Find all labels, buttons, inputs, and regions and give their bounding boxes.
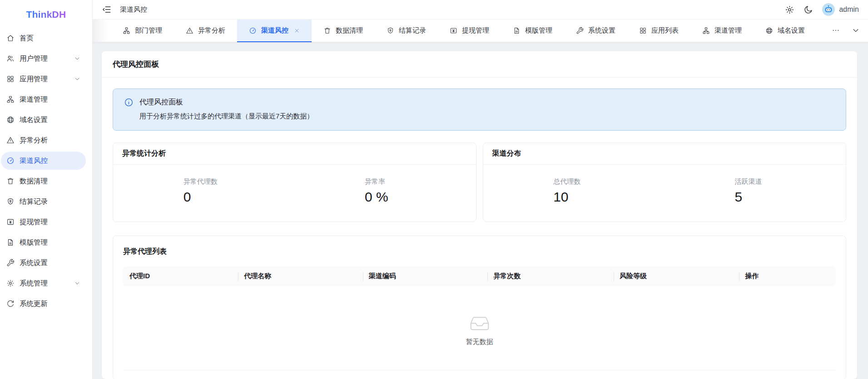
stat-label: 活跃渠道 xyxy=(734,177,775,186)
logo-wrap: ThinkDH xyxy=(0,0,92,29)
tab-scroll-shadow xyxy=(93,20,108,42)
column-actions: 操作 xyxy=(739,266,836,286)
tab-settlement-records[interactable]: 结算记录 xyxy=(375,20,438,42)
sidebar: ThinkDH 首页 用户管理 应用管理 渠道管理 域名设置 异常分析 xyxy=(0,0,93,379)
sidebar-item-system-update[interactable]: 系统更新 xyxy=(1,295,86,313)
yen-box-icon xyxy=(6,218,15,226)
tabs: 部门管理 异常分析 渠道风控 数据清理 结算记录 提现管理 xyxy=(111,20,817,42)
sidebar-item-template-management[interactable]: 模版管理 xyxy=(1,233,86,251)
sidebar-item-label: 结算记录 xyxy=(20,197,80,207)
info-alert-head: 代理风控面板 xyxy=(124,98,835,107)
tab-close-icon[interactable] xyxy=(294,28,300,34)
panel-header: 代理风控面板 xyxy=(102,51,857,78)
sidebar-item-channel-management[interactable]: 渠道管理 xyxy=(1,90,86,108)
tab-label: 渠道风控 xyxy=(261,26,288,35)
page-title: 代理风控面板 xyxy=(113,60,159,69)
sidebar-item-withdrawal-management[interactable]: 提现管理 xyxy=(1,213,86,231)
sidebar-item-data-cleanup[interactable]: 数据清理 xyxy=(1,172,86,190)
empty-text: 暂无数据 xyxy=(466,338,493,346)
stat-label: 异常代理数 xyxy=(184,177,224,186)
chevron-down-icon xyxy=(74,76,80,82)
sidebar-item-user-management[interactable]: 用户管理 xyxy=(1,49,86,68)
column-risk-level: 风险等级 xyxy=(614,266,739,286)
sidebar-item-system-management[interactable]: 系统管理 xyxy=(1,274,86,292)
tab-label: 结算记录 xyxy=(399,26,426,35)
stat-anomaly-rate: 异常率 0 % xyxy=(294,177,476,205)
settings-gear-icon[interactable] xyxy=(785,5,794,15)
sidebar-item-settlement-records[interactable]: 结算记录 xyxy=(1,192,86,211)
sidebar-item-domain-settings[interactable]: 域名设置 xyxy=(1,111,86,129)
users-icon xyxy=(6,54,15,63)
stat-value: 0 xyxy=(184,189,224,205)
tab-label: 部门管理 xyxy=(135,26,162,35)
sidebar-collapse-button[interactable] xyxy=(102,5,112,15)
empty-inbox-icon xyxy=(468,315,491,334)
table-header-row: 代理ID 代理名称 渠道编码 异常次数 风险等级 操作 xyxy=(123,266,836,286)
tab-label: 模版管理 xyxy=(525,26,552,35)
stat-label: 总代理数 xyxy=(553,177,594,186)
app-logo[interactable]: ThinkDH xyxy=(26,9,66,20)
info-alert-title: 代理风控面板 xyxy=(139,98,183,107)
tab-label: 数据清理 xyxy=(336,26,363,35)
sidebar-item-label: 异常分析 xyxy=(20,136,80,145)
sidebar-item-anomaly-analysis[interactable]: 异常分析 xyxy=(1,131,86,149)
tab-data-cleanup[interactable]: 数据清理 xyxy=(312,20,375,42)
tab-app-list[interactable]: 应用列表 xyxy=(627,20,690,42)
empty-row: 暂无数据 xyxy=(123,286,836,370)
sidebar-item-label: 数据清理 xyxy=(20,177,80,186)
tab-system-settings[interactable]: 系统设置 xyxy=(564,20,627,42)
sidebar-item-label: 系统更新 xyxy=(20,299,80,309)
tabbar: 部门管理 异常分析 渠道风控 数据清理 结算记录 提现管理 xyxy=(93,20,868,42)
user-menu[interactable]: admin xyxy=(822,3,859,16)
warning-icon xyxy=(6,136,15,144)
topbar: 渠道风控 admin xyxy=(93,0,868,20)
sidebar-item-app-management[interactable]: 应用管理 xyxy=(1,70,86,88)
document-icon xyxy=(513,27,521,34)
sidebar-nav: 首页 用户管理 应用管理 渠道管理 域名设置 异常分析 渠道风控 xyxy=(0,29,92,313)
info-icon xyxy=(124,98,134,107)
sidebar-item-channel-risk[interactable]: 渠道风控 xyxy=(1,152,86,170)
tab-label: 渠道管理 xyxy=(714,26,742,35)
tab-channel-management[interactable]: 渠道管理 xyxy=(690,20,754,42)
tab-label: 域名设置 xyxy=(778,26,805,35)
globe-icon xyxy=(765,27,773,34)
tab-controls xyxy=(823,20,868,41)
sidebar-item-label: 域名设置 xyxy=(20,115,80,125)
avatar xyxy=(822,3,835,16)
tab-channel-risk[interactable]: 渠道风控 xyxy=(237,20,312,42)
stat-label: 异常率 xyxy=(365,177,406,186)
panel-body: 代理风控面板 用于分析异常统计过多的代理渠道（显示最近7天的数据） 异常统计分析 xyxy=(102,78,857,379)
column-agent-id: 代理ID xyxy=(123,266,238,286)
tab-label: 异常分析 xyxy=(198,26,225,35)
tab-withdrawal-management[interactable]: 提现管理 xyxy=(438,20,501,42)
collapse-tabs-chevron-icon[interactable] xyxy=(852,26,860,34)
tab-template-management[interactable]: 模版管理 xyxy=(501,20,564,42)
sidebar-item-label: 提现管理 xyxy=(20,217,80,227)
channel-distribution-card: 渠道分布 总代理数 10 活跃渠道 xyxy=(483,143,847,222)
tab-anomaly-analysis[interactable]: 异常分析 xyxy=(174,20,237,42)
content: 代理风控面板 代理风控面板 用于分析异常统计过多的代理渠道（显示最近7天的数据）… xyxy=(93,42,868,379)
anomaly-agent-list-card: 异常代理列表 代理ID 代理名称 渠道编码 异常次数 风险等级 xyxy=(113,236,846,379)
more-tabs-icon[interactable] xyxy=(832,26,840,34)
empty-state: 暂无数据 xyxy=(466,315,493,346)
username: admin xyxy=(839,5,859,14)
trash-icon xyxy=(6,177,15,185)
document-icon xyxy=(6,238,15,246)
tab-label: 系统设置 xyxy=(588,26,615,35)
sidebar-item-label: 用户管理 xyxy=(20,54,69,64)
tab-domain-settings[interactable]: 域名设置 xyxy=(754,20,817,42)
stat-value: 5 xyxy=(734,189,775,205)
topbar-right: admin xyxy=(785,3,859,16)
sidebar-item-label: 渠道管理 xyxy=(20,95,80,104)
sidebar-item-system-settings[interactable]: 系统设置 xyxy=(1,254,86,272)
dark-mode-moon-icon[interactable] xyxy=(804,5,813,15)
sidebar-item-home[interactable]: 首页 xyxy=(1,29,86,47)
trash-icon xyxy=(323,27,331,34)
column-channel-code: 渠道编码 xyxy=(363,266,488,286)
tab-department-management[interactable]: 部门管理 xyxy=(111,20,174,42)
info-alert: 代理风控面板 用于分析异常统计过多的代理渠道（显示最近7天的数据） xyxy=(113,89,846,131)
stats-row: 异常统计分析 异常代理数 0 异常率 xyxy=(113,143,846,222)
gauge-icon xyxy=(249,27,257,34)
stat-anomaly-agents: 异常代理数 0 xyxy=(113,177,294,205)
sidebar-item-label: 渠道风控 xyxy=(20,156,80,166)
